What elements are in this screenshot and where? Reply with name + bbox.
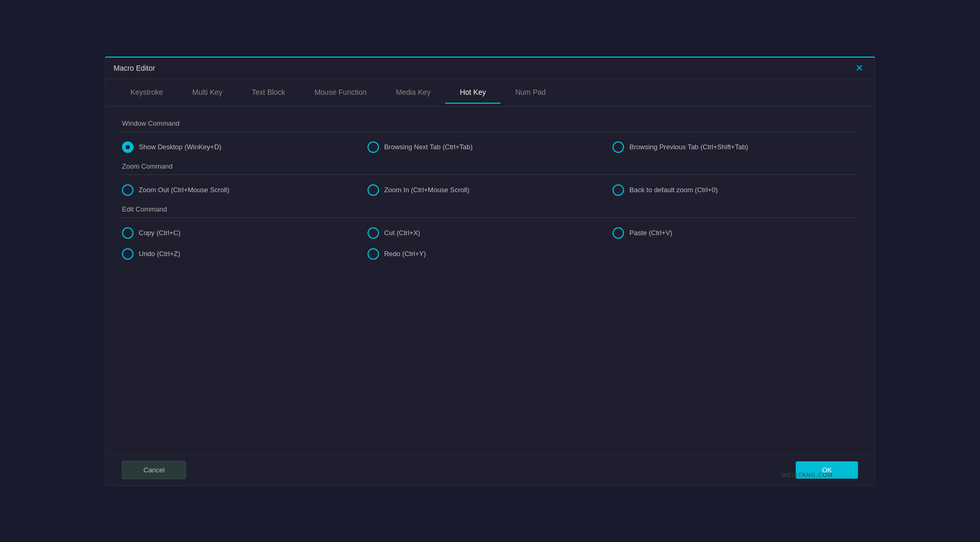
radio-browsing-next-tab[interactable] <box>368 141 379 153</box>
label-redo: Redo (Ctrl+Y) <box>384 250 426 258</box>
zoom-command-row-1: Zoom Out (Ctrl+Mouse Scroll) Zoom In (Ct… <box>122 184 858 196</box>
tab-multi-key[interactable]: Multi Key <box>177 82 237 104</box>
option-zoom-out[interactable]: Zoom Out (Ctrl+Mouse Scroll) <box>122 184 368 196</box>
radio-undo[interactable] <box>122 248 133 260</box>
tab-keystroke[interactable]: Keystroke <box>116 82 177 104</box>
label-zoom-out: Zoom Out (Ctrl+Mouse Scroll) <box>139 186 229 194</box>
window-command-divider <box>122 131 858 132</box>
edit-command-divider <box>122 217 858 218</box>
option-default-zoom[interactable]: Back to default zoom (Ctrl+0) <box>612 184 858 196</box>
radio-zoom-out[interactable] <box>122 184 133 196</box>
label-undo: Undo (Ctrl+Z) <box>139 250 180 258</box>
window-command-section: Window Command Show Desktop (WinKey+D) B… <box>122 119 858 153</box>
label-browsing-prev-tab: Browsing Previous Tab (Ctrl+Shift+Tab) <box>629 143 748 151</box>
tab-mouse-function[interactable]: Mouse Function <box>300 82 382 104</box>
watermark: WEISTANG.COM <box>781 472 833 478</box>
option-browsing-prev-tab[interactable]: Browsing Previous Tab (Ctrl+Shift+Tab) <box>612 141 858 153</box>
label-zoom-in: Zoom In (Ctrl+Mouse Scroll) <box>384 186 470 194</box>
tab-media-key[interactable]: Media Key <box>381 82 445 104</box>
radio-show-desktop[interactable] <box>122 141 133 153</box>
tab-hot-key[interactable]: Hot Key <box>445 82 500 104</box>
option-paste[interactable]: Paste (Ctrl+V) <box>612 227 858 239</box>
cancel-button[interactable]: Cancel <box>122 461 186 479</box>
option-show-desktop[interactable]: Show Desktop (WinKey+D) <box>122 141 368 153</box>
radio-zoom-in[interactable] <box>368 184 379 196</box>
radio-paste[interactable] <box>612 227 624 239</box>
edit-command-title: Edit Command <box>122 205 858 213</box>
tabs-bar: Keystroke Multi Key Text Block Mouse Fun… <box>105 80 875 107</box>
radio-redo[interactable] <box>368 248 379 260</box>
dialog-footer: Cancel OK <box>105 454 875 485</box>
zoom-command-section: Zoom Command Zoom Out (Ctrl+Mouse Scroll… <box>122 162 858 196</box>
zoom-command-divider <box>122 174 858 175</box>
radio-copy[interactable] <box>122 227 133 239</box>
radio-cut[interactable] <box>368 227 379 239</box>
label-default-zoom: Back to default zoom (Ctrl+0) <box>629 186 718 194</box>
label-paste: Paste (Ctrl+V) <box>629 229 672 237</box>
label-browsing-next-tab: Browsing Next Tab (Ctrl+Tab) <box>384 143 473 151</box>
label-show-desktop: Show Desktop (WinKey+D) <box>139 143 221 151</box>
tab-text-block[interactable]: Text Block <box>237 82 300 104</box>
edit-command-row-2: Undo (Ctrl+Z) Redo (Ctrl+Y) <box>122 248 858 260</box>
edit-command-row-1: Copy (Ctrl+C) Cut (Ctrl+X) Paste (Ctrl+V… <box>122 227 858 239</box>
close-button[interactable]: ✕ <box>852 62 866 74</box>
radio-browsing-prev-tab[interactable] <box>612 141 624 153</box>
title-bar: Macro Editor ✕ <box>105 58 875 80</box>
option-copy[interactable]: Copy (Ctrl+C) <box>122 227 368 239</box>
dialog-title: Macro Editor <box>114 64 155 72</box>
option-browsing-next-tab[interactable]: Browsing Next Tab (Ctrl+Tab) <box>368 141 613 153</box>
content-area: Window Command Show Desktop (WinKey+D) B… <box>105 107 875 454</box>
option-zoom-in[interactable]: Zoom In (Ctrl+Mouse Scroll) <box>368 184 613 196</box>
option-cut[interactable]: Cut (Ctrl+X) <box>368 227 613 239</box>
edit-command-section: Edit Command Copy (Ctrl+C) Cut (Ctrl+X) … <box>122 205 858 260</box>
label-cut: Cut (Ctrl+X) <box>384 229 420 237</box>
tab-num-pad[interactable]: Num Pad <box>500 82 560 104</box>
label-copy: Copy (Ctrl+C) <box>139 229 181 237</box>
option-undo[interactable]: Undo (Ctrl+Z) <box>122 248 368 260</box>
macro-editor-dialog: Macro Editor ✕ Keystroke Multi Key Text … <box>105 57 875 486</box>
zoom-command-title: Zoom Command <box>122 162 858 170</box>
window-command-title: Window Command <box>122 119 858 127</box>
option-redo[interactable]: Redo (Ctrl+Y) <box>368 248 613 260</box>
window-command-row-1: Show Desktop (WinKey+D) Browsing Next Ta… <box>122 141 858 153</box>
radio-default-zoom[interactable] <box>612 184 624 196</box>
